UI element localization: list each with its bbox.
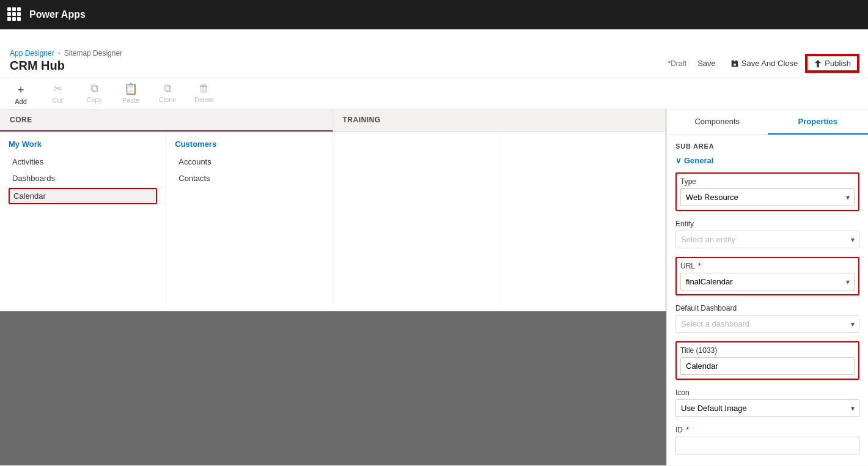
delete-tool[interactable]: 🗑 Delete (193, 82, 215, 105)
paste-tool[interactable]: 📋 Paste (120, 82, 142, 105)
title-input[interactable] (680, 357, 855, 375)
list-item[interactable]: Contacts (175, 171, 323, 185)
top-bar: Power Apps (0, 0, 868, 29)
header-bar: App Designer › Sitemap Designer CRM Hub … (0, 29, 868, 78)
delete-icon: 🗑 (199, 82, 210, 95)
type-label: Type (680, 177, 855, 186)
id-field-group: ID * (675, 426, 859, 454)
id-label: ID * (675, 426, 859, 434)
copy-tool[interactable]: ⧉ Copy (83, 82, 105, 105)
group-my-work: My Work Activities Dashboards Calendar (0, 132, 166, 308)
sitemap-header: CORE TRAINING (0, 109, 666, 132)
title-field-group: Title (1033) (675, 341, 859, 380)
list-item-calendar[interactable]: Calendar (9, 188, 157, 204)
dashboard-select[interactable]: Select a dashboard (675, 315, 859, 333)
right-panel: Components Properties SUB AREA ∨ General… (666, 109, 868, 465)
dashboard-field-group: Default Dashboard Select a dashboard ▾ (675, 304, 859, 333)
chevron-down-icon: ∨ (675, 156, 682, 165)
panel-body: SUB AREA ∨ General Type Web Resource Ent… (667, 135, 868, 465)
type-field-group: Type Web Resource Entity URL Dashboard ▾ (675, 172, 859, 211)
icon-field-group: Icon Use Default Image Custom Image ▾ (675, 388, 859, 417)
apps-icon[interactable] (7, 7, 22, 22)
tab-components[interactable]: Components (667, 109, 768, 135)
save-close-icon (730, 59, 739, 68)
clone-icon: ⧉ (164, 82, 172, 95)
clone-tool[interactable]: ⧉ Clone (156, 82, 178, 105)
page-title: CRM Hub (10, 59, 122, 78)
canvas-area: CORE TRAINING My Work Activities Dashboa… (0, 109, 666, 465)
save-button[interactable]: Save (691, 56, 722, 70)
entity-select[interactable]: Select an entity (675, 231, 859, 248)
paste-icon: 📋 (124, 82, 138, 95)
canvas-gray-area (0, 311, 666, 465)
list-item[interactable]: Activities (9, 155, 157, 169)
cut-icon: ✂ (53, 82, 62, 95)
sitemap-content: My Work Activities Dashboards Calendar C… (0, 132, 666, 308)
id-input[interactable] (675, 437, 859, 454)
list-item[interactable]: Accounts (175, 155, 323, 169)
app-title: Power Apps (29, 9, 86, 20)
entity-field-group: Entity Select an entity ▾ (675, 220, 859, 248)
general-section-header[interactable]: ∨ General (675, 156, 859, 165)
breadcrumb-sitemap-designer: Sitemap Designer (64, 49, 122, 57)
title-label: Title (1033) (680, 346, 855, 355)
type-select-wrapper: Web Resource Entity URL Dashboard ▾ (680, 188, 855, 206)
url-select[interactable]: finalCalendar (680, 273, 855, 290)
entity-label: Entity (675, 220, 859, 228)
type-select[interactable]: Web Resource Entity URL Dashboard (680, 188, 855, 206)
header-actions: *Draft Save Save And Close Publish (668, 55, 858, 78)
section-label: SUB AREA (675, 142, 859, 150)
copy-icon: ⧉ (90, 82, 98, 95)
dashboard-label: Default Dashboard (675, 304, 859, 313)
group-empty-2 (499, 132, 666, 308)
group-customers: Customers Accounts Contacts (166, 132, 333, 308)
group-empty-1 (333, 132, 499, 308)
breadcrumb-sep: › (58, 49, 61, 57)
dashboard-select-wrapper: Select a dashboard ▾ (675, 315, 859, 333)
group-title-customers[interactable]: Customers (175, 139, 323, 149)
url-select-wrapper: finalCalendar ▾ (680, 273, 855, 290)
sitemap-canvas: CORE TRAINING My Work Activities Dashboa… (0, 109, 666, 311)
icon-select[interactable]: Use Default Image Custom Image (675, 399, 859, 417)
add-icon: ＋ (15, 82, 26, 97)
icon-select-wrapper: Use Default Image Custom Image ▾ (675, 399, 859, 417)
header-left: App Designer › Sitemap Designer CRM Hub (10, 49, 122, 78)
id-required-marker: * (686, 426, 689, 434)
publish-icon (814, 59, 822, 68)
draft-label: *Draft (668, 59, 687, 68)
list-item[interactable]: Dashboards (9, 171, 157, 185)
toolbar: ＋ Add ✂ Cut ⧉ Copy 📋 Paste ⧉ Clone 🗑 Del… (0, 78, 868, 109)
add-tool[interactable]: ＋ Add (10, 82, 32, 105)
breadcrumb-app-designer[interactable]: App Designer (10, 49, 54, 57)
area-core[interactable]: CORE (0, 109, 333, 131)
save-close-button[interactable]: Save And Close (724, 56, 804, 70)
cut-tool[interactable]: ✂ Cut (46, 82, 68, 105)
area-training[interactable]: TRAINING (333, 109, 666, 131)
tab-properties[interactable]: Properties (768, 109, 869, 135)
url-label: URL * (680, 262, 855, 270)
url-field-group: URL * finalCalendar ▾ (675, 257, 859, 295)
main-layout: CORE TRAINING My Work Activities Dashboa… (0, 109, 868, 465)
icon-label: Icon (675, 388, 859, 397)
publish-button[interactable]: Publish (806, 55, 858, 72)
group-title-my-work[interactable]: My Work (9, 139, 157, 149)
url-required-marker: * (698, 262, 701, 270)
entity-select-wrapper: Select an entity ▾ (675, 231, 859, 248)
breadcrumb: App Designer › Sitemap Designer (10, 49, 122, 57)
panel-tabs: Components Properties (667, 109, 868, 135)
